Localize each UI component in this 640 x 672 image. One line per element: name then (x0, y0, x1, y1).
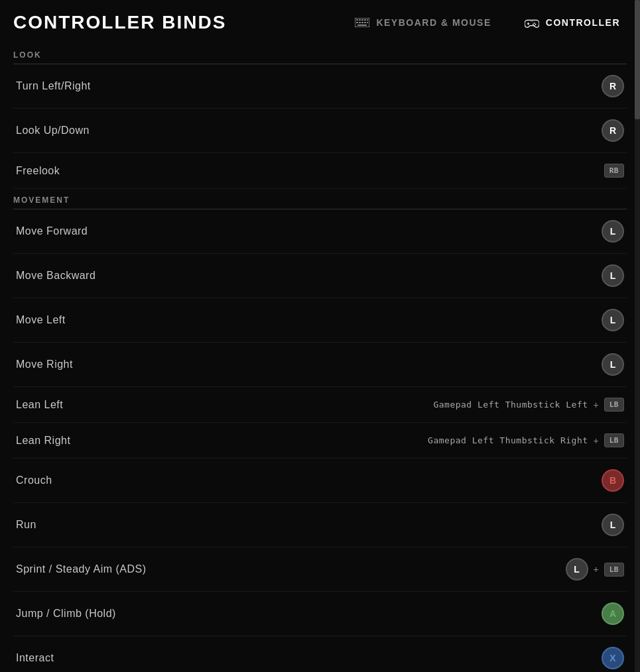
bind-label-interact: Interact (16, 652, 54, 664)
bind-row-jump-climb[interactable]: Jump / Climb (Hold)A (13, 592, 627, 636)
content-area: LOOKTurn Left/RightRLook Up/DownRFreeloo… (0, 44, 640, 672)
bind-row-lean-right[interactable]: Lean RightGamepad Left Thumbstick Right+… (13, 423, 627, 459)
svg-point-15 (535, 24, 536, 25)
bind-key-move-left: L (602, 309, 624, 331)
page-title: CONTROLLER BINDS (13, 12, 226, 33)
combo-text: Gamepad Left Thumbstick Right (428, 435, 588, 445)
bind-label-run: Run (16, 519, 36, 531)
bind-key-move-backward: L (602, 264, 624, 287)
bind-row-run[interactable]: RunL (13, 503, 627, 547)
svg-rect-5 (367, 19, 368, 21)
bind-row-turn-left-right[interactable]: Turn Left/RightR (13, 64, 627, 109)
bind-key-jump-climb: A (602, 602, 624, 625)
bind-key-lean-right: Gamepad Left Thumbstick Right+LB (428, 433, 624, 447)
key-circle-B: B (602, 469, 624, 492)
svg-rect-11 (357, 25, 367, 26)
bind-label-lean-right: Lean Right (16, 435, 70, 447)
key-circle-L: L (566, 558, 588, 581)
bind-label-move-left: Move Left (16, 314, 66, 326)
svg-rect-8 (361, 22, 363, 23)
controller-icon (525, 17, 539, 28)
key-circle-L: L (602, 264, 624, 287)
svg-point-14 (534, 23, 535, 24)
section-header-movement: MOVEMENT (13, 189, 627, 209)
key-circle-R: R (602, 75, 624, 97)
svg-rect-7 (359, 22, 361, 23)
bind-row-lean-left[interactable]: Lean LeftGamepad Left Thumbstick Left+LB (13, 387, 627, 423)
bind-label-jump-climb: Jump / Climb (Hold) (16, 608, 116, 620)
bind-label-lean-left: Lean Left (16, 399, 63, 411)
tab-group: KEYBOARD & MOUSE CONTROLLER (348, 13, 627, 32)
svg-rect-10 (367, 22, 368, 23)
plus-sign: + (594, 564, 599, 575)
header: CONTROLLER BINDS KEYBO (0, 0, 640, 44)
key-circle-L: L (602, 514, 624, 536)
bind-key-look-up-down: R (602, 119, 624, 142)
bind-row-move-forward[interactable]: Move ForwardL (13, 209, 627, 254)
bind-row-move-left[interactable]: Move LeftL (13, 298, 627, 343)
tab-keyboard-label: KEYBOARD & MOUSE (376, 17, 491, 28)
svg-rect-9 (364, 22, 366, 23)
key-tag-LB: LB (604, 433, 624, 447)
bind-label-sprint-steady-aim: Sprint / Steady Aim (ADS) (16, 563, 147, 575)
key-circle-L: L (602, 309, 624, 331)
tab-controller[interactable]: CONTROLLER (518, 13, 627, 32)
svg-rect-6 (356, 22, 358, 23)
bind-key-interact: X (602, 647, 624, 669)
bind-key-move-forward: L (602, 220, 624, 243)
key-circle-R: R (602, 119, 624, 142)
bind-row-sprint-steady-aim[interactable]: Sprint / Steady Aim (ADS)L+LB (13, 547, 627, 592)
key-circle-L: L (602, 353, 624, 376)
svg-rect-3 (361, 19, 363, 21)
scrollbar-thumb (635, 0, 640, 119)
tab-keyboard[interactable]: KEYBOARD & MOUSE (348, 13, 497, 32)
bind-row-crouch[interactable]: CrouchB (13, 459, 627, 503)
svg-rect-2 (359, 19, 361, 21)
bind-key-freelook: RB (604, 164, 624, 178)
key-tag-LB: LB (604, 563, 624, 577)
key-tag-LB: LB (604, 398, 624, 412)
bind-label-crouch: Crouch (16, 475, 52, 486)
svg-point-16 (533, 24, 534, 25)
svg-rect-1 (356, 19, 358, 21)
plus-sign: + (594, 400, 599, 410)
combo-text: Gamepad Left Thumbstick Left (433, 400, 588, 410)
bind-label-move-right: Move Right (16, 359, 73, 370)
key-tag-RB: RB (604, 164, 624, 178)
tab-controller-label: CONTROLLER (546, 17, 620, 28)
svg-rect-4 (364, 19, 366, 21)
bind-row-interact[interactable]: InteractX (13, 636, 627, 672)
key-circle-X: X (602, 647, 624, 669)
bind-label-look-up-down: Look Up/Down (16, 125, 90, 137)
svg-point-17 (534, 25, 535, 27)
bind-label-move-forward: Move Forward (16, 225, 88, 237)
bind-key-move-right: L (602, 353, 624, 376)
bind-key-run: L (602, 514, 624, 536)
bind-row-freelook[interactable]: FreelookRB (13, 153, 627, 189)
key-circle-A: A (602, 602, 624, 625)
section-header-look: LOOK (13, 44, 627, 64)
keyboard-icon (355, 17, 369, 28)
bind-row-move-backward[interactable]: Move BackwardL (13, 254, 627, 298)
bind-key-lean-left: Gamepad Left Thumbstick Left+LB (433, 398, 624, 412)
scrollbar[interactable] (635, 0, 640, 672)
bind-key-turn-left-right: R (602, 75, 624, 97)
bind-key-crouch: B (602, 469, 624, 492)
key-circle-L: L (602, 220, 624, 243)
bind-label-freelook: Freelook (16, 165, 60, 177)
plus-sign: + (594, 435, 599, 446)
bind-label-move-backward: Move Backward (16, 270, 96, 282)
bind-row-move-right[interactable]: Move RightL (13, 343, 627, 387)
bind-row-look-up-down[interactable]: Look Up/DownR (13, 109, 627, 153)
bind-label-turn-left-right: Turn Left/Right (16, 80, 91, 92)
bind-key-sprint-steady-aim: L+LB (566, 558, 624, 581)
